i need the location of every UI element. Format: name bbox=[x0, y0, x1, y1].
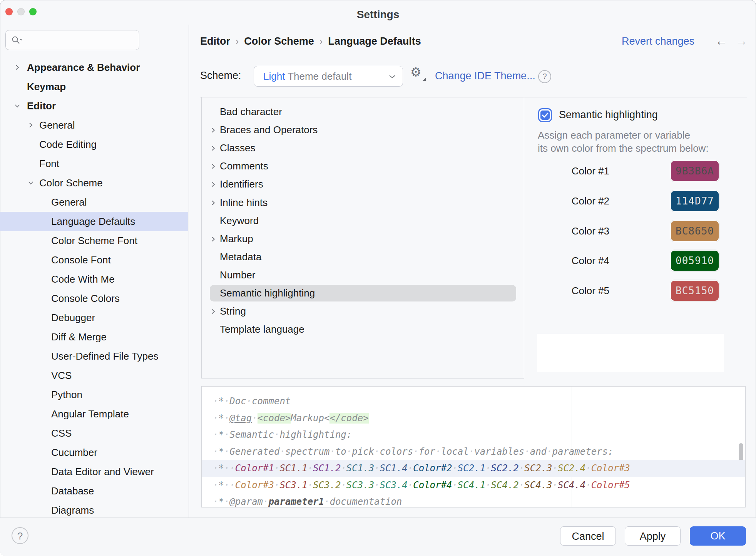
whitespace-dot: · bbox=[374, 480, 380, 491]
element-row-string[interactable]: String bbox=[202, 302, 524, 320]
change-ide-theme-link[interactable]: Change IDE Theme... bbox=[435, 70, 535, 82]
sidebar-item-console-font[interactable]: Console Font bbox=[0, 250, 188, 270]
element-row-metadata[interactable]: Metadata bbox=[202, 248, 524, 266]
whitespace-dot: · bbox=[585, 463, 591, 474]
element-row-identifiers[interactable]: Identifiers bbox=[202, 175, 524, 193]
chevron-collapsed-icon[interactable] bbox=[210, 181, 217, 188]
sidebar-item-diff-merge[interactable]: Diff & Merge bbox=[0, 327, 188, 347]
element-label: Number bbox=[220, 266, 255, 284]
preview-code-line: ·*·@tag·<code>Markup<</code> bbox=[202, 410, 745, 427]
element-label: Keyword bbox=[220, 212, 259, 230]
color-swatch-1[interactable]: 9B3B6A bbox=[671, 161, 719, 181]
sidebar-item-label: CSS bbox=[51, 424, 72, 443]
scheme-help-icon[interactable]: ? bbox=[538, 70, 551, 83]
help-button[interactable]: ? bbox=[12, 527, 28, 544]
chevron-down-icon bbox=[389, 75, 396, 79]
element-row-bad-character[interactable]: Bad character bbox=[202, 103, 524, 121]
sidebar-item-cucumber[interactable]: Cucumber bbox=[0, 443, 188, 462]
chevron-collapsed-icon[interactable] bbox=[27, 122, 34, 129]
element-row-template-language[interactable]: Template language bbox=[202, 320, 524, 338]
search-icon bbox=[11, 35, 23, 45]
sidebar-item-code-editing[interactable]: Code Editing bbox=[0, 135, 188, 154]
sidebar-item-label: Appearance & Behavior bbox=[27, 58, 140, 77]
semantic-highlighting-checkbox[interactable] bbox=[538, 108, 552, 122]
code-token: Color#3 bbox=[235, 480, 274, 491]
sidebar-item-diagrams[interactable]: Diagrams bbox=[0, 501, 188, 520]
revert-changes-link[interactable]: Revert changes bbox=[622, 35, 694, 47]
sidebar-item-debugger[interactable]: Debugger bbox=[0, 308, 188, 327]
element-row-markup[interactable]: Markup bbox=[202, 230, 524, 248]
breadcrumb-separator-icon: › bbox=[230, 36, 244, 47]
code-token: colors bbox=[380, 446, 413, 457]
sidebar-item-css[interactable]: CSS bbox=[0, 424, 188, 443]
sidebar-item-general[interactable]: General bbox=[0, 193, 188, 212]
sidebar-item-database[interactable]: Database bbox=[0, 481, 188, 501]
back-arrow-icon[interactable]: ← bbox=[715, 34, 728, 48]
whitespace-dot: · bbox=[224, 396, 229, 407]
sidebar-item-language-defaults[interactable]: Language Defaults bbox=[0, 212, 188, 231]
breadcrumb-item[interactable]: Editor bbox=[200, 35, 230, 47]
sidebar-item-vcs[interactable]: VCS bbox=[0, 366, 188, 385]
element-label: Identifiers bbox=[220, 175, 263, 193]
sidebar-item-angular-template[interactable]: Angular Template bbox=[0, 404, 188, 424]
color-swatch-5[interactable]: BC5150 bbox=[671, 281, 719, 301]
breadcrumb-item[interactable]: Language Defaults bbox=[328, 35, 421, 47]
chevron-collapsed-icon[interactable] bbox=[210, 308, 217, 315]
ok-button[interactable]: OK bbox=[690, 526, 746, 546]
settings-search[interactable] bbox=[5, 30, 139, 50]
color-label-5: Color #5 bbox=[531, 281, 609, 301]
whitespace-dot: · bbox=[435, 446, 441, 457]
element-row-braces-and-operators[interactable]: Braces and Operators bbox=[202, 121, 524, 139]
settings-tree: Appearance & BehaviorKeymapEditorGeneral… bbox=[0, 58, 188, 518]
sidebar-item-appearance-behavior[interactable]: Appearance & Behavior bbox=[0, 58, 188, 77]
search-input[interactable] bbox=[24, 32, 136, 48]
chevron-collapsed-icon[interactable] bbox=[210, 236, 217, 243]
apply-button[interactable]: Apply bbox=[625, 526, 681, 546]
whitespace-dot: · bbox=[329, 446, 335, 457]
whitespace-dot: · bbox=[519, 480, 524, 491]
whitespace-dot: · bbox=[485, 480, 491, 491]
whitespace-dot: · bbox=[346, 446, 352, 457]
element-row-comments[interactable]: Comments bbox=[202, 157, 524, 175]
chevron-expanded-icon[interactable] bbox=[27, 179, 34, 186]
code-token: @param bbox=[229, 496, 263, 507]
sidebar-item-editor[interactable]: Editor bbox=[0, 96, 188, 116]
preview-code-line: ·*··Color#1·SC1.1·SC1.2·SC1.3·SC1.4·Colo… bbox=[202, 460, 745, 477]
scheme-value-secondary: Theme default bbox=[285, 70, 351, 82]
element-row-semantic-highlighting[interactable]: Semantic highlighting bbox=[202, 284, 524, 302]
chevron-collapsed-icon[interactable] bbox=[14, 64, 21, 71]
sidebar-item-general[interactable]: General bbox=[0, 116, 188, 135]
element-row-classes[interactable]: Classes bbox=[202, 139, 524, 157]
sidebar-item-data-editor-and-viewer[interactable]: Data Editor and Viewer bbox=[0, 462, 188, 481]
code-token: Color#4 bbox=[413, 480, 452, 491]
preview-code-line: ·*·Generated·spectrum·to·pick·colors·for… bbox=[202, 443, 745, 460]
sidebar-item-console-colors[interactable]: Console Colors bbox=[0, 289, 188, 308]
color-swatch-3[interactable]: BC8650 bbox=[671, 221, 719, 241]
chevron-expanded-icon[interactable] bbox=[14, 102, 21, 109]
sidebar-item-color-scheme[interactable]: Color Scheme bbox=[0, 173, 188, 193]
chevron-collapsed-icon[interactable] bbox=[210, 145, 217, 152]
chevron-collapsed-icon[interactable] bbox=[210, 163, 217, 170]
scheme-gear-button[interactable]: ⚙ bbox=[410, 65, 426, 82]
settings-window: Settings Appearance & BehaviorKeymapEdit… bbox=[0, 0, 756, 556]
code-token: parameter1 bbox=[269, 496, 324, 507]
sidebar-item-code-with-me[interactable]: Code With Me bbox=[0, 270, 188, 289]
color-swatch-2[interactable]: 114D77 bbox=[671, 191, 719, 211]
scheme-dropdown[interactable]: Light Theme default bbox=[254, 66, 403, 87]
element-row-inline-hints[interactable]: Inline hints bbox=[202, 194, 524, 212]
sidebar-item-user-defined-file-types[interactable]: User-Defined File Types bbox=[0, 347, 188, 366]
forward-arrow-icon[interactable]: → bbox=[735, 34, 748, 48]
breadcrumb-item[interactable]: Color Scheme bbox=[244, 35, 314, 47]
color-swatch-4[interactable]: 005910 bbox=[671, 251, 719, 271]
chevron-collapsed-icon[interactable] bbox=[210, 127, 217, 134]
code-token: SC2.4 bbox=[558, 463, 585, 474]
whitespace-dot: · bbox=[524, 446, 530, 457]
sidebar-item-python[interactable]: Python bbox=[0, 385, 188, 404]
cancel-button[interactable]: Cancel bbox=[560, 526, 616, 546]
sidebar-item-font[interactable]: Font bbox=[0, 154, 188, 173]
chevron-collapsed-icon[interactable] bbox=[210, 199, 217, 206]
element-row-number[interactable]: Number bbox=[202, 266, 524, 284]
element-row-keyword[interactable]: Keyword bbox=[202, 212, 524, 230]
sidebar-item-keymap[interactable]: Keymap bbox=[0, 77, 188, 96]
sidebar-item-color-scheme-font[interactable]: Color Scheme Font bbox=[0, 231, 188, 250]
